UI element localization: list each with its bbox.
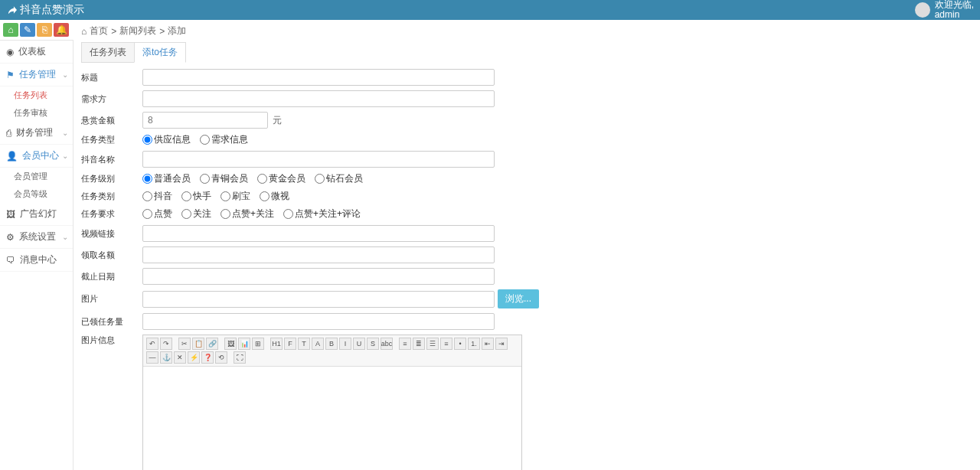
pic-input[interactable] [142, 291, 495, 308]
editor-tool[interactable]: 🔗 [206, 338, 218, 350]
crumb-home[interactable]: 首页 [90, 24, 108, 38]
editor-tool[interactable]: A [312, 338, 324, 350]
radio-weishi[interactable]: 微视 [260, 190, 289, 203]
breadcrumb: ⌂ 首页 > 新闻列表 > 添加 [81, 24, 972, 38]
editor-tool[interactable]: ≣ [413, 338, 425, 350]
radio-like-follow[interactable]: 点赞+关注 [220, 207, 274, 220]
editor-tool[interactable]: ⇤ [482, 338, 494, 350]
radio-shuabao[interactable]: 刷宝 [220, 190, 250, 203]
editor-tool[interactable]: ≡ [440, 338, 452, 350]
label-requirement: 任务要求 [81, 208, 142, 220]
editor-tool[interactable]: 1. [468, 338, 480, 350]
editor-tool[interactable]: 🖼 [224, 338, 237, 350]
editor-tool[interactable]: ✕ [174, 351, 186, 364]
radio-follow[interactable]: 关注 [181, 207, 211, 220]
radio-gold[interactable]: 黄金会员 [257, 172, 305, 185]
label-picinfo: 图片信息 [81, 335, 142, 346]
chevron-down-icon: ⌄ [62, 129, 68, 137]
editor-tool[interactable]: ❓ [201, 351, 214, 364]
sidebar-item-ads[interactable]: 🖼 广告幻灯 [0, 203, 73, 226]
sidebar-action-row: ⌂ ✎ ⎘ 🔔 [0, 20, 74, 41]
done-input[interactable] [142, 313, 495, 330]
editor-tool[interactable]: — [146, 351, 158, 364]
label-requester: 需求方 [81, 93, 142, 105]
radio-diamond[interactable]: 钻石会员 [315, 172, 363, 185]
radio-like-follow-comment[interactable]: 点赞+关注+评论 [283, 207, 361, 220]
editor-toolbar: ↶↷✂📋🔗🖼📊⊞H1FTABIUSabc≡≣☰≡•1.⇤⇥—⚓✕⚡❓⟲⛶ [143, 335, 521, 367]
edit-button[interactable]: ✎ [20, 23, 35, 37]
reward-input[interactable] [142, 112, 268, 129]
home-button[interactable]: ⌂ [3, 23, 18, 37]
bell-button[interactable]: 🔔 [54, 23, 69, 37]
requester-input[interactable] [142, 90, 495, 107]
sidebar-item-label: 仪表板 [18, 45, 46, 58]
editor-tool[interactable]: ⚡ [188, 351, 200, 364]
label-video: 视频链接 [81, 228, 142, 240]
editor-tool[interactable]: T [298, 338, 310, 350]
editor-tool[interactable]: ↷ [160, 338, 172, 350]
radio-normal[interactable]: 普通会员 [142, 172, 191, 185]
radio-kuaishou[interactable]: 快手 [181, 190, 211, 203]
radio-demand[interactable]: 需求信息 [200, 133, 248, 146]
editor-tool[interactable]: H1 [270, 338, 283, 350]
sidebar: ⌂ ✎ ⎘ 🔔 ◉ 仪表板 ⚑ 任务管理 ⌄ 任务列表 任务审核 ⎙ 财务管理 … [0, 20, 74, 470]
editor-tool[interactable]: ☰ [426, 338, 439, 350]
label-dyname: 抖音名称 [81, 154, 142, 165]
editor-tool[interactable]: S [367, 338, 379, 350]
deadline-input[interactable] [142, 268, 495, 285]
editor-tool[interactable]: F [284, 338, 296, 350]
sidebar-item-label: 消息中心 [20, 253, 57, 266]
radio-douyin[interactable]: 抖音 [142, 190, 172, 203]
editor-tool[interactable]: abc [381, 338, 393, 350]
editor-tool[interactable]: ✂ [178, 338, 191, 350]
editor-tool[interactable]: ⇥ [495, 338, 508, 350]
editor-tool[interactable]: 📊 [238, 338, 250, 350]
sidebar-item-messages[interactable]: 🗨 消息中心 [0, 249, 73, 272]
editor-tool[interactable]: ≡ [399, 338, 411, 350]
sidebar-item-tasks[interactable]: ⚑ 任务管理 ⌄ [0, 64, 73, 86]
tab-task-list[interactable]: 任务列表 [81, 42, 135, 63]
radio-supply[interactable]: 供应信息 [142, 133, 191, 146]
editor-tool[interactable]: ↶ [146, 338, 158, 350]
rich-editor: ↶↷✂📋🔗🖼📊⊞H1FTABIUSabc≡≣☰≡•1.⇤⇥—⚓✕⚡❓⟲⛶ ⋯ [142, 335, 522, 470]
sidebar-sub-task-audit[interactable]: 任务审核 [0, 104, 73, 122]
title-input[interactable] [142, 69, 495, 86]
radio-bronze[interactable]: 青铜会员 [200, 172, 248, 185]
radio-like[interactable]: 点赞 [142, 207, 172, 220]
user-area[interactable]: 欢迎光临, admin [915, 0, 974, 20]
editor-tool[interactable]: • [454, 338, 466, 350]
video-input[interactable] [142, 225, 495, 242]
sidebar-item-label: 广告幻灯 [20, 207, 57, 220]
quota-input[interactable] [142, 246, 495, 263]
sidebar-item-dashboard[interactable]: ◉ 仪表板 [0, 41, 73, 64]
editor-tool[interactable]: I [339, 338, 351, 350]
user-icon: 👤 [6, 151, 18, 162]
message-icon: 🗨 [6, 255, 15, 266]
sidebar-item-members[interactable]: 👤 会员中心 ⌄ [0, 145, 73, 168]
tabs: 任务列表 添to任务 [81, 42, 972, 63]
category-radios: 抖音 快手 刷宝 微视 [142, 190, 289, 203]
tab-add-task[interactable]: 添to任务 [134, 42, 186, 63]
editor-tool[interactable]: ⊞ [252, 338, 264, 350]
editor-tool[interactable]: ⟲ [215, 351, 227, 364]
sidebar-item-system[interactable]: ⚙ 系统设置 ⌄ [0, 226, 73, 249]
label-done: 已领任务量 [81, 316, 142, 328]
label-reward: 悬赏金额 [81, 115, 142, 126]
sidebar-item-finance[interactable]: ⎙ 财务管理 ⌄ [0, 122, 73, 145]
copy-button[interactable]: ⎘ [37, 23, 52, 37]
sidebar-sub-member-level[interactable]: 会员等级 [0, 185, 73, 203]
dyname-input[interactable] [142, 151, 495, 168]
sidebar-item-label: 财务管理 [16, 126, 53, 139]
chevron-down-icon: ⌄ [62, 70, 68, 79]
sidebar-sub-member-manage[interactable]: 会员管理 [0, 168, 73, 185]
label-tasktype: 任务类型 [81, 134, 142, 145]
editor-tool[interactable]: U [353, 338, 365, 350]
crumb-list[interactable]: 新闻列表 [119, 24, 156, 38]
editor-tool[interactable]: 📋 [192, 338, 204, 350]
sidebar-sub-task-list[interactable]: 任务列表 [0, 86, 73, 104]
editor-tool[interactable]: B [325, 338, 338, 350]
editor-tool[interactable]: ⚓ [160, 351, 172, 364]
editor-tool[interactable]: ⛶ [234, 351, 246, 364]
browse-button[interactable]: 浏览... [498, 289, 539, 308]
editor-body[interactable] [143, 367, 521, 470]
